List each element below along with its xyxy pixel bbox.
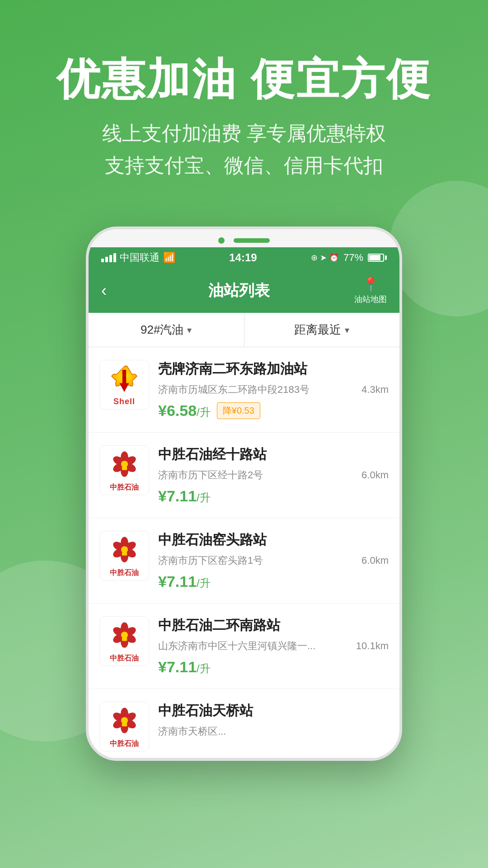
price-row-3: ¥7.11/升 [158,573,389,590]
discount-badge-1: 降¥0.53 [217,402,260,419]
station-name-3: 中胜石油窑头路站 [158,531,389,549]
zhongsheng-logo-svg-4 [108,619,141,653]
zhongsheng-logo-svg-2 [108,448,141,482]
filter-bar: 92#汽油 ▾ 距离最近 ▾ [89,313,399,347]
station-addr-row-2: 济南市历下区经十路2号 6.0km [158,468,389,482]
station-price-3: ¥7.11/升 [158,573,211,590]
wifi-icon: 📶 [163,252,175,264]
station-addr-row-5: 济南市天桥区... [158,725,389,738]
status-bar: 中国联通 📶 14:19 ⊕ ➤ ⏰ 77% [89,247,399,268]
station-addr-4: 山东济南市中区十六里河镇兴隆一... [158,639,352,653]
station-dist-3: 6.0km [361,555,389,566]
map-button[interactable]: 📍 油站地图 [354,276,387,305]
zhongsheng-brand-text-3: 中胜石油 [110,568,139,578]
station-info-3: 中胜石油窑头路站 济南市历下区窑头路1号 6.0km ¥7.11/升 [158,531,389,590]
station-addr-row-3: 济南市历下区窑头路1号 6.0km [158,554,389,567]
hero-section: 优惠加油 便宜方便 线上支付加油费 享专属优惠特权 支持支付宝、微信、信用卡代扣 [0,0,488,199]
station-info-2: 中胜石油经十路站 济南市历下区经十路2号 6.0km ¥7.11/升 [158,445,389,505]
battery-icon [368,254,387,262]
price-row-2: ¥7.11/升 [158,487,389,505]
map-label: 油站地图 [354,294,387,305]
station-addr-2: 济南市历下区经十路2号 [158,468,357,482]
station-dist-4: 10.1km [356,640,389,652]
svg-point-15 [121,546,128,553]
clock: 14:19 [229,251,257,264]
svg-rect-32 [122,723,127,726]
sort-arrow: ▾ [345,325,349,335]
sort-label: 距离最近 [294,322,341,338]
station-info-5: 中胜石油天桥站 济南市天桥区... [158,702,389,744]
phone-speaker [234,238,270,243]
station-addr-5: 济南市天桥区... [158,725,389,738]
zhongsheng-brand-text-5: 中胜石油 [110,739,139,749]
svg-rect-0 [122,370,126,384]
status-right: ⊕ ➤ ⏰ 77% [311,252,387,264]
phone-frame: 中国联通 📶 14:19 ⊕ ➤ ⏰ 77% ‹ 油站列表 📍 油站地图 [86,226,402,761]
station-logo-3: 中胜石油 [99,531,149,580]
phone-top-bar [89,229,399,247]
svg-rect-24 [122,637,127,641]
shell-brand-text: Shell [113,397,135,406]
station-addr-row-4: 山东济南市中区十六里河镇兴隆一... 10.1km [158,639,389,653]
battery-percent: 77% [343,252,363,264]
station-item-2[interactable]: 中胜石油 中胜石油经十路站 济南市历下区经十路2号 6.0km ¥7.11/升 [89,433,399,518]
svg-rect-16 [122,552,127,556]
phone-camera [218,237,225,244]
station-name-2: 中胜石油经十路站 [158,445,389,464]
station-dist-2: 6.0km [361,469,389,481]
hero-sub-line2: 支持支付宝、微信、信用卡代扣 [27,150,461,181]
signal-icon [101,253,116,262]
station-logo-5: 中胜石油 [99,702,149,751]
header-title: 油站列表 [124,280,354,301]
hero-sub-line1: 线上支付加油费 享专属优惠特权 [27,118,461,149]
station-dist-1: 4.3km [361,384,389,396]
status-left: 中国联通 📶 [101,251,175,264]
station-logo-2: 中胜石油 [99,445,149,495]
svg-point-7 [121,461,128,467]
zhongsheng-logo-svg-5 [108,704,141,738]
zhongsheng-logo-svg-3 [108,533,141,567]
price-row-4: ¥7.11/升 [158,658,389,676]
station-item-1[interactable]: Shell 壳牌济南二环东路加油站 济南市历城区东二环路中段2183号 4.3k… [89,347,399,433]
hero-title: 优惠加油 便宜方便 [27,54,461,104]
svg-point-31 [121,717,128,724]
station-name-5: 中胜石油天桥站 [158,702,389,720]
fuel-type-filter[interactable]: 92#汽油 ▾ [89,313,244,347]
station-name-4: 中胜石油二环南路站 [158,616,389,635]
station-name-1: 壳牌济南二环东路加油站 [158,360,389,378]
shell-logo-svg [108,363,140,395]
station-addr-1: 济南市历城区东二环路中段2183号 [158,383,357,396]
back-button[interactable]: ‹ [101,281,124,300]
fuel-type-arrow: ▾ [187,325,192,335]
fuel-type-label: 92#汽油 [141,322,183,338]
sort-filter[interactable]: 距离最近 ▾ [244,313,400,347]
svg-point-23 [121,632,128,638]
station-item-5[interactable]: 中胜石油 中胜石油天桥站 济南市天桥区... [89,689,399,758]
station-addr-3: 济南市历下区窑头路1号 [158,554,357,567]
station-info-4: 中胜石油二环南路站 山东济南市中区十六里河镇兴隆一... 10.1km ¥7.1… [158,616,389,676]
hero-subtitle: 线上支付加油费 享专属优惠特权 支持支付宝、微信、信用卡代扣 [27,118,461,181]
zhongsheng-brand-text-2: 中胜石油 [110,483,139,492]
map-icon: 📍 [362,276,379,292]
location-icon: ⊕ ➤ ⏰ [311,253,339,263]
carrier-name: 中国联通 [120,251,160,264]
station-item-3[interactable]: 中胜石油 中胜石油窑头路站 济南市历下区窑头路1号 6.0km ¥7.11/升 [89,518,399,604]
station-logo-4: 中胜石油 [99,616,149,666]
station-price-1: ¥6.58/升 [158,402,211,420]
station-item-4[interactable]: 中胜石油 中胜石油二环南路站 山东济南市中区十六里河镇兴隆一... 10.1km… [89,604,399,689]
app-header: ‹ 油站列表 📍 油站地图 [89,268,399,313]
price-row-1: ¥6.58/升 降¥0.53 [158,402,389,420]
station-list: Shell 壳牌济南二环东路加油站 济南市历城区东二环路中段2183号 4.3k… [89,347,399,758]
station-info-1: 壳牌济南二环东路加油站 济南市历城区东二环路中段2183号 4.3km ¥6.5… [158,360,389,420]
svg-rect-8 [122,467,127,470]
station-logo-1: Shell [99,360,149,410]
station-price-2: ¥7.11/升 [158,487,211,505]
station-price-4: ¥7.11/升 [158,658,211,676]
station-addr-row-1: 济南市历城区东二环路中段2183号 4.3km [158,383,389,396]
zhongsheng-brand-text-4: 中胜石油 [110,654,139,663]
